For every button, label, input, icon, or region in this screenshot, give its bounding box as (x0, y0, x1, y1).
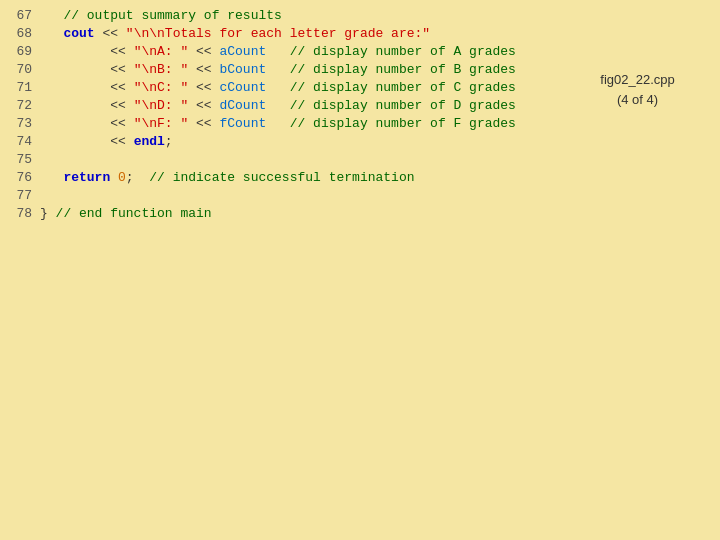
line-content: cout << "\n\nTotals for each letter grad… (40, 26, 430, 41)
line-content: << "\nD: " << dCount // display number o… (40, 98, 516, 113)
figure-label: fig02_22.cpp (4 of 4) (600, 70, 674, 109)
figure-panel: fig02_22.cpp (4 of 4) (555, 0, 720, 540)
line-number: 76 (4, 170, 32, 185)
code-line: 69 << "\nA: " << aCount // display numbe… (0, 44, 555, 62)
line-content: // output summary of results (40, 8, 282, 23)
code-line: 72 << "\nD: " << dCount // display numbe… (0, 98, 555, 116)
code-line: 73 << "\nF: " << fCount // display numbe… (0, 116, 555, 134)
line-content: << "\nF: " << fCount // display number o… (40, 116, 516, 131)
figure-label-line2: (4 of 4) (617, 92, 658, 107)
figure-label-line1: fig02_22.cpp (600, 72, 674, 87)
line-number: 78 (4, 206, 32, 221)
line-number: 77 (4, 188, 32, 203)
line-content: return 0; // indicate successful termina… (40, 170, 415, 185)
code-line: 74 << endl; (0, 134, 555, 152)
line-number: 67 (4, 8, 32, 23)
code-line: 71 << "\nC: " << cCount // display numbe… (0, 80, 555, 98)
code-line: 70 << "\nB: " << bCount // display numbe… (0, 62, 555, 80)
code-line: 75 (0, 152, 555, 170)
code-panel: 67 // output summary of results68 cout <… (0, 0, 555, 540)
code-line: 77 (0, 188, 555, 206)
line-number: 74 (4, 134, 32, 149)
line-number: 72 (4, 98, 32, 113)
line-content: << "\nC: " << cCount // display number o… (40, 80, 516, 95)
line-number: 68 (4, 26, 32, 41)
line-content: << endl; (40, 134, 173, 149)
line-number: 69 (4, 44, 32, 59)
line-number: 70 (4, 62, 32, 77)
code-line: 76 return 0; // indicate successful term… (0, 170, 555, 188)
main-container: 67 // output summary of results68 cout <… (0, 0, 720, 540)
line-content: << "\nA: " << aCount // display number o… (40, 44, 516, 59)
code-line: 67 // output summary of results (0, 8, 555, 26)
code-line: 78} // end function main (0, 206, 555, 224)
line-content: } // end function main (40, 206, 212, 221)
code-line: 68 cout << "\n\nTotals for each letter g… (0, 26, 555, 44)
line-number: 75 (4, 152, 32, 167)
line-number: 71 (4, 80, 32, 95)
line-content: << "\nB: " << bCount // display number o… (40, 62, 516, 77)
line-number: 73 (4, 116, 32, 131)
